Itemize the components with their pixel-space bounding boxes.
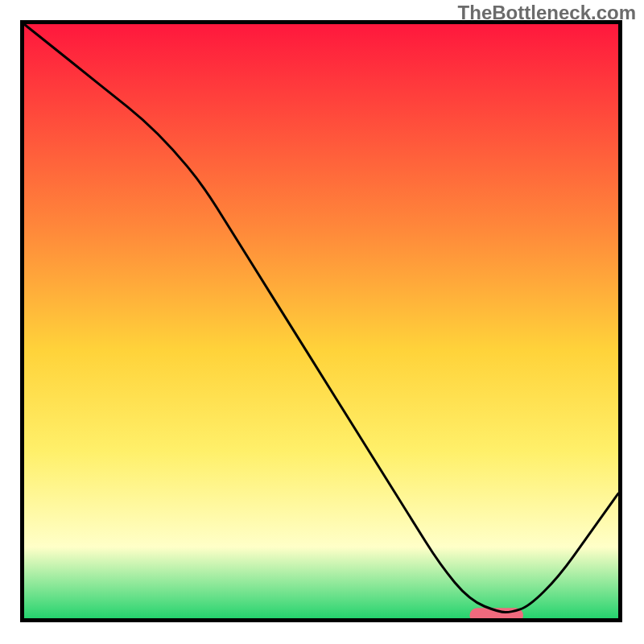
- plot-area: [24, 24, 618, 618]
- bottleneck-curve: [24, 24, 618, 618]
- chart-container: TheBottleneck.com: [0, 0, 644, 644]
